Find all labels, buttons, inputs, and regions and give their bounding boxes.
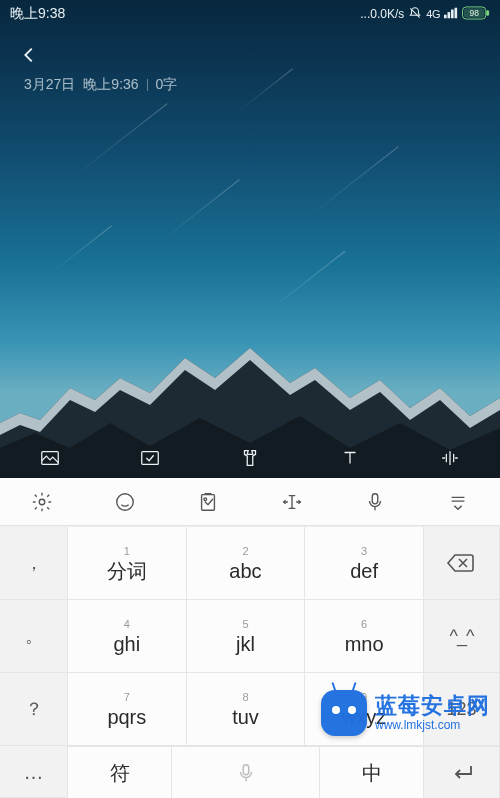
meta-divider <box>147 79 148 91</box>
svg-rect-14 <box>372 493 378 503</box>
svg-rect-12 <box>202 494 215 510</box>
ime-voice-button[interactable] <box>362 489 388 515</box>
watermark-url: www.lmkjst.com <box>375 719 490 732</box>
svg-rect-2 <box>451 9 454 18</box>
theme-button[interactable] <box>238 446 262 470</box>
key-kaomoji[interactable]: ^_^ <box>424 600 500 673</box>
status-bar: 晚上9:38 ...0.0K/s 4G 98 <box>0 0 500 28</box>
note-date: 3月27日 <box>24 76 75 94</box>
svg-rect-6 <box>486 10 489 16</box>
voice-note-button[interactable] <box>438 446 462 470</box>
back-button[interactable] <box>14 40 44 70</box>
note-editor-area[interactable]: 3月27日 晚上9:36 0字 <box>0 0 500 478</box>
note-time: 晚上9:36 <box>83 76 138 94</box>
svg-point-10 <box>39 499 45 505</box>
key-more-punctuation[interactable]: … <box>0 746 68 798</box>
key-1-fenci[interactable]: 1分词 <box>68 527 187 600</box>
ime-clipboard-button[interactable] <box>195 489 221 515</box>
key-backspace[interactable] <box>424 527 500 600</box>
checklist-button[interactable] <box>138 446 162 470</box>
key-enter[interactable] <box>424 747 500 798</box>
key-5-jkl[interactable]: 5jkl <box>187 600 306 673</box>
watermark-title: 蓝莓安卓网 <box>375 694 490 718</box>
ime-keyboard: ， 1分词 2abc 3def 。 4ghi 5jkl 6mno ^_^ ？ 7… <box>0 478 500 798</box>
note-meta: 3月27日 晚上9:36 0字 <box>24 76 177 94</box>
key-3-def[interactable]: 3def <box>305 527 424 600</box>
key-4-ghi[interactable]: 4ghi <box>68 600 187 673</box>
keyboard-bottom-row: ！ 符 中 <box>0 746 500 798</box>
svg-rect-3 <box>455 7 458 18</box>
svg-rect-0 <box>444 14 447 18</box>
svg-rect-1 <box>448 12 451 18</box>
key-language-toggle[interactable]: 中 <box>320 747 424 798</box>
key-period[interactable]: 。 <box>0 600 68 673</box>
key-question[interactable]: ？ <box>0 673 68 746</box>
editor-toolbar <box>0 438 500 478</box>
text-format-button[interactable] <box>338 446 362 470</box>
key-8-tuv[interactable]: 8tuv <box>187 673 306 746</box>
ime-toolbar <box>0 478 500 526</box>
svg-point-13 <box>204 497 207 500</box>
key-7-pqrs[interactable]: 7pqrs <box>68 673 187 746</box>
watermark-logo-icon <box>321 690 367 736</box>
svg-rect-15 <box>243 764 249 774</box>
key-comma[interactable]: ， <box>0 527 68 600</box>
svg-text:98: 98 <box>469 8 479 18</box>
key-6-mno[interactable]: 6mno <box>305 600 424 673</box>
key-2-abc[interactable]: 2abc <box>187 527 306 600</box>
signal-bars-icon <box>444 7 458 22</box>
ime-cursor-button[interactable] <box>279 489 305 515</box>
status-time: 晚上9:38 <box>10 5 65 23</box>
signal-4g-label: 4G <box>426 8 440 20</box>
key-symbol-mode[interactable]: 符 <box>68 747 172 798</box>
note-wordcount: 0字 <box>156 76 178 94</box>
ime-emoji-button[interactable] <box>112 489 138 515</box>
insert-image-button[interactable] <box>38 446 62 470</box>
status-net-speed: ...0.0K/s <box>360 7 404 21</box>
watermark: 蓝莓安卓网 www.lmkjst.com <box>321 690 490 736</box>
dnd-icon <box>408 6 422 23</box>
key-spacebar[interactable] <box>172 747 320 798</box>
ime-collapse-button[interactable] <box>445 489 471 515</box>
svg-rect-9 <box>142 452 159 465</box>
ime-settings-button[interactable] <box>29 489 55 515</box>
svg-point-11 <box>117 493 134 510</box>
battery-icon: 98 <box>462 6 490 23</box>
